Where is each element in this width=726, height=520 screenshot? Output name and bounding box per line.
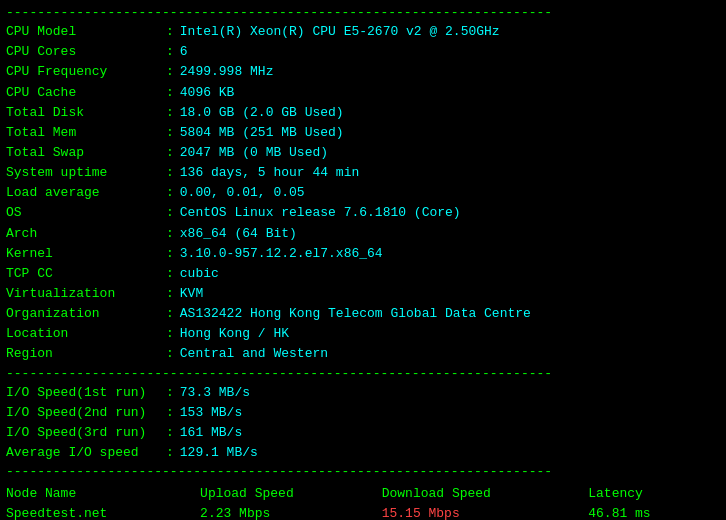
io-label: I/O Speed(1st run) — [6, 383, 166, 403]
info-label: Total Swap — [6, 143, 166, 163]
info-label: OS — [6, 203, 166, 223]
info-colon: : — [166, 344, 174, 364]
info-row: System uptime:136 days, 5 hour 44 min — [6, 163, 720, 183]
info-colon: : — [166, 264, 174, 284]
info-colon: : — [166, 183, 174, 203]
top-divider: ----------------------------------------… — [6, 4, 720, 22]
info-row: CPU Cores:6 — [6, 42, 720, 62]
info-colon: : — [166, 103, 174, 123]
info-value: Intel(R) Xeon(R) CPU E5-2670 v2 @ 2.50GH… — [180, 22, 500, 42]
download-speed: 15.15 Mbps — [382, 504, 589, 520]
info-value: 0.00, 0.01, 0.05 — [180, 183, 305, 203]
info-colon: : — [166, 42, 174, 62]
speed-table-row: Speedtest.net2.23 Mbps15.15 Mbps46.81 ms — [6, 504, 720, 520]
info-colon: : — [166, 123, 174, 143]
info-label: Load average — [6, 183, 166, 203]
info-value: x86_64 (64 Bit) — [180, 224, 297, 244]
info-row: Total Disk:18.0 GB (2.0 GB Used) — [6, 103, 720, 123]
info-value: 2047 MB (0 MB Used) — [180, 143, 328, 163]
info-value: cubic — [180, 264, 219, 284]
io-row: Average I/O speed:129.1 MB/s — [6, 443, 720, 463]
info-label: CPU Frequency — [6, 62, 166, 82]
info-label: Kernel — [6, 244, 166, 264]
info-colon: : — [166, 244, 174, 264]
info-value: 2499.998 MHz — [180, 62, 274, 82]
latency-value: 46.81 ms — [588, 504, 720, 520]
info-value: KVM — [180, 284, 203, 304]
info-label: CPU Cores — [6, 42, 166, 62]
node-name: Speedtest.net — [6, 504, 200, 520]
speed-table-header: Upload Speed — [200, 484, 382, 505]
info-label: Total Mem — [6, 123, 166, 143]
info-colon: : — [166, 224, 174, 244]
info-label: Total Disk — [6, 103, 166, 123]
info-colon: : — [166, 203, 174, 223]
io-value: 161 MB/s — [180, 423, 242, 443]
io-value: 153 MB/s — [180, 403, 242, 423]
speed-table: Node NameUpload SpeedDownload SpeedLaten… — [6, 484, 720, 520]
info-row: Load average:0.00, 0.01, 0.05 — [6, 183, 720, 203]
io-row: I/O Speed(3rd run):161 MB/s — [6, 423, 720, 443]
info-colon: : — [166, 324, 174, 344]
mid-divider: ----------------------------------------… — [6, 365, 720, 383]
info-label: Virtualization — [6, 284, 166, 304]
info-value: 18.0 GB (2.0 GB Used) — [180, 103, 344, 123]
info-row: CPU Frequency:2499.998 MHz — [6, 62, 720, 82]
info-row: Arch:x86_64 (64 Bit) — [6, 224, 720, 244]
speed-table-header: Latency — [588, 484, 720, 505]
info-row: Virtualization:KVM — [6, 284, 720, 304]
info-label: Arch — [6, 224, 166, 244]
bottom-divider: ----------------------------------------… — [6, 463, 720, 481]
info-value: Central and Western — [180, 344, 328, 364]
info-label: CPU Cache — [6, 83, 166, 103]
io-value: 73.3 MB/s — [180, 383, 250, 403]
system-info-section: CPU Model:Intel(R) Xeon(R) CPU E5-2670 v… — [6, 22, 720, 364]
upload-speed: 2.23 Mbps — [200, 504, 382, 520]
info-row: Total Swap:2047 MB (0 MB Used) — [6, 143, 720, 163]
io-label: I/O Speed(3rd run) — [6, 423, 166, 443]
info-label: Organization — [6, 304, 166, 324]
info-row: Location:Hong Kong / HK — [6, 324, 720, 344]
info-label: Location — [6, 324, 166, 344]
io-row: I/O Speed(1st run):73.3 MB/s — [6, 383, 720, 403]
info-value: 4096 KB — [180, 83, 235, 103]
info-value: 5804 MB (251 MB Used) — [180, 123, 344, 143]
info-row: CPU Cache:4096 KB — [6, 83, 720, 103]
info-colon: : — [166, 143, 174, 163]
info-colon: : — [166, 304, 174, 324]
io-colon: : — [166, 443, 174, 463]
info-colon: : — [166, 83, 174, 103]
info-row: TCP CC:cubic — [6, 264, 720, 284]
info-row: CPU Model:Intel(R) Xeon(R) CPU E5-2670 v… — [6, 22, 720, 42]
info-row: Organization:AS132422 Hong Kong Telecom … — [6, 304, 720, 324]
info-value: AS132422 Hong Kong Telecom Global Data C… — [180, 304, 531, 324]
info-value: 136 days, 5 hour 44 min — [180, 163, 359, 183]
io-info-section: I/O Speed(1st run):73.3 MB/sI/O Speed(2n… — [6, 383, 720, 464]
info-value: 3.10.0-957.12.2.el7.x86_64 — [180, 244, 383, 264]
info-label: TCP CC — [6, 264, 166, 284]
info-colon: : — [166, 163, 174, 183]
io-row: I/O Speed(2nd run):153 MB/s — [6, 403, 720, 423]
info-row: Kernel:3.10.0-957.12.2.el7.x86_64 — [6, 244, 720, 264]
io-label: I/O Speed(2nd run) — [6, 403, 166, 423]
info-value: 6 — [180, 42, 188, 62]
info-label: Region — [6, 344, 166, 364]
io-colon: : — [166, 403, 174, 423]
io-label: Average I/O speed — [6, 443, 166, 463]
info-row: OS:CentOS Linux release 7.6.1810 (Core) — [6, 203, 720, 223]
speed-table-header: Node Name — [6, 484, 200, 505]
info-row: Region:Central and Western — [6, 344, 720, 364]
info-label: System uptime — [6, 163, 166, 183]
info-colon: : — [166, 22, 174, 42]
io-value: 129.1 MB/s — [180, 443, 258, 463]
speed-table-header: Download Speed — [382, 484, 589, 505]
info-value: CentOS Linux release 7.6.1810 (Core) — [180, 203, 461, 223]
info-label: CPU Model — [6, 22, 166, 42]
io-colon: : — [166, 423, 174, 443]
info-value: Hong Kong / HK — [180, 324, 289, 344]
io-colon: : — [166, 383, 174, 403]
info-colon: : — [166, 284, 174, 304]
info-colon: : — [166, 62, 174, 82]
info-row: Total Mem:5804 MB (251 MB Used) — [6, 123, 720, 143]
